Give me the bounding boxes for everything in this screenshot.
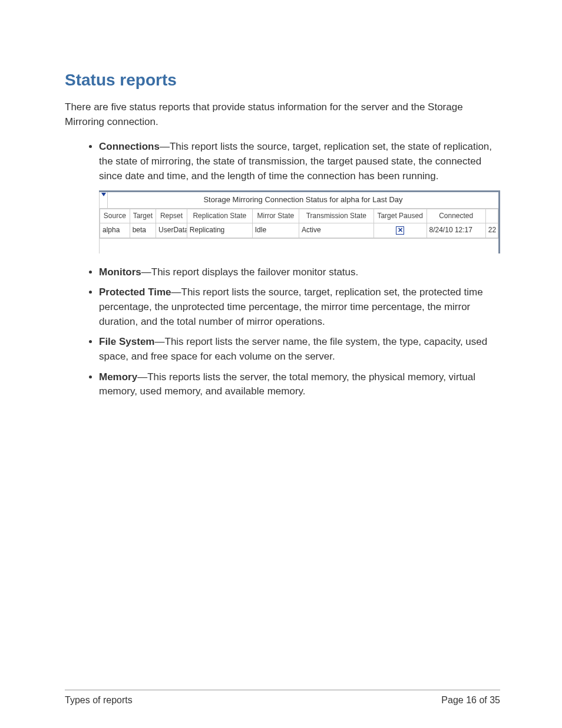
list-item-term: Memory bbox=[99, 371, 137, 383]
col-repset: Repset bbox=[156, 209, 187, 223]
footer-left: Types of reports bbox=[65, 695, 133, 706]
col-last bbox=[485, 209, 498, 223]
cell-connected: 8/24/10 12:17 bbox=[427, 223, 485, 238]
footer-right: Page 16 of 35 bbox=[441, 695, 500, 706]
cell-target: beta bbox=[130, 223, 156, 238]
cell-replication: Replicating bbox=[187, 223, 252, 238]
intro-paragraph: There are five status reports that provi… bbox=[65, 100, 500, 129]
table-row: alpha beta UserData Replicating Idle Act… bbox=[100, 223, 498, 238]
list-item-desc: —This report lists the server name, the … bbox=[99, 336, 487, 362]
status-table-figure: Storage Mirroring Connection Status for … bbox=[99, 190, 500, 253]
list-item-term: Connections bbox=[99, 141, 160, 152]
cell-transmission: Active bbox=[299, 223, 373, 238]
list-item-desc: —This report displays the failover monit… bbox=[141, 266, 358, 278]
cell-source: alpha bbox=[100, 223, 130, 238]
col-source: Source bbox=[100, 209, 130, 223]
col-replication: Replication State bbox=[187, 209, 252, 223]
col-target: Target bbox=[130, 209, 156, 223]
svg-marker-0 bbox=[101, 193, 106, 196]
list-item-term: Monitors bbox=[99, 266, 141, 278]
list-item: Monitors—This report displays the failov… bbox=[99, 265, 500, 280]
col-paused: Target Paused bbox=[373, 209, 427, 223]
page-footer: Types of reports Page 16 of 35 bbox=[65, 690, 500, 706]
list-item: Connections—This report lists the source… bbox=[99, 140, 500, 253]
list-item-term: File System bbox=[99, 336, 155, 347]
checkbox-x-icon: ✕ bbox=[396, 226, 404, 235]
list-item-desc: —This reports lists the server, the tota… bbox=[99, 371, 475, 397]
list-item: Memory—This reports lists the server, th… bbox=[99, 370, 500, 399]
table-header-row: Source Target Repset Replication State M… bbox=[100, 209, 498, 223]
dropdown-arrow-icon bbox=[100, 192, 108, 209]
cell-mirror: Idle bbox=[252, 223, 299, 238]
list-item: File System—This report lists the server… bbox=[99, 335, 500, 364]
table-title: Storage Mirroring Connection Status for … bbox=[108, 192, 498, 209]
col-connected: Connected bbox=[427, 209, 485, 223]
list-item-term: Protected Time bbox=[99, 286, 171, 298]
col-mirror: Mirror State bbox=[252, 209, 299, 223]
list-item: Protected Time—This report lists the sou… bbox=[99, 285, 500, 329]
table-empty-area bbox=[100, 238, 498, 253]
cell-paused: ✕ bbox=[373, 223, 427, 238]
status-table: Source Target Repset Replication State M… bbox=[100, 209, 498, 238]
col-transmission: Transmission State bbox=[299, 209, 373, 223]
cell-last: 22 bbox=[485, 223, 498, 238]
report-list: Connections—This report lists the source… bbox=[65, 140, 500, 399]
page-title: Status reports bbox=[65, 71, 500, 90]
cell-repset: UserData bbox=[156, 223, 187, 238]
